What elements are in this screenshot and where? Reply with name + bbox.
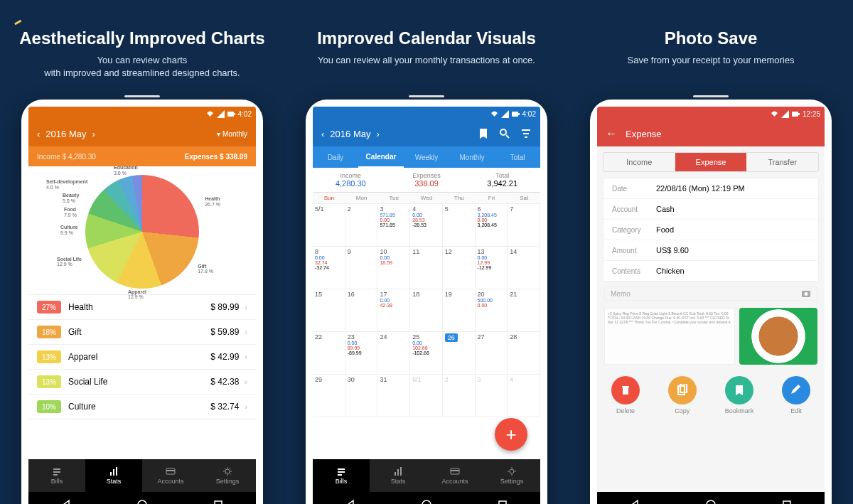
calendar-cell[interactable]: 3	[476, 375, 508, 417]
tab-accounts[interactable]: Accounts	[142, 459, 199, 492]
tab-stats[interactable]: Stats	[85, 459, 142, 492]
tab-bills[interactable]: Bills	[28, 459, 85, 492]
calendar-cell[interactable]: 6/1	[410, 375, 443, 417]
form-row[interactable]: Amount US$ 9.60	[603, 240, 818, 261]
calendar-cell[interactable]: 26	[443, 332, 476, 375]
tab-daily[interactable]: Daily	[313, 146, 358, 168]
marketing-title: Photo Save	[569, 28, 853, 48]
form-row[interactable]: Date 22/08/16 (Mon) 12:19 PM	[603, 178, 818, 199]
home-icon[interactable]	[705, 499, 717, 504]
camera-icon[interactable]	[801, 289, 811, 299]
calendar-cell[interactable]: 250.00102.68-102.68	[410, 332, 443, 375]
calendar-cell[interactable]: 5/1	[313, 204, 345, 247]
calendar-cell[interactable]: 20500.000.00	[476, 289, 508, 332]
filter-icon[interactable]	[520, 128, 532, 139]
chevron-right-icon: ›	[245, 353, 247, 361]
action-edit[interactable]: Edit	[782, 376, 810, 414]
calendar-cell[interactable]: 18	[410, 289, 443, 332]
calendar-cell[interactable]: 24	[377, 332, 410, 375]
phone-charts: 4:02 ‹ 2016 May › ▾ Monthly Income $ 4,2…	[21, 100, 263, 504]
list-item[interactable]: 18% Gift $ 59.89 ›	[28, 320, 256, 345]
type-segment: Income Expense Transfer	[603, 152, 819, 172]
bookmark-icon[interactable]	[478, 128, 489, 139]
tab-bills[interactable]: Bills	[313, 459, 370, 492]
home-icon[interactable]	[136, 499, 148, 504]
action-copy[interactable]: Copy	[668, 376, 697, 414]
memo-field[interactable]: Memo	[604, 286, 817, 301]
home-icon[interactable]	[421, 499, 432, 504]
calendar-cell[interactable]: 30	[345, 375, 378, 417]
tab-monthly[interactable]: Monthly	[449, 146, 495, 168]
calendar-cell[interactable]: 63,208.450.003,208.45	[476, 204, 508, 247]
tab-calendar[interactable]: Calendar	[358, 146, 404, 168]
calendar-cell[interactable]: 2	[443, 375, 476, 417]
recent-icon[interactable]	[497, 499, 508, 504]
tab-settings[interactable]: Settings	[483, 459, 540, 492]
back-icon[interactable]	[629, 499, 640, 504]
calendar-cell[interactable]: 21	[508, 289, 540, 332]
calendar-cell[interactable]: 9	[345, 247, 378, 289]
chevron-right-icon[interactable]: ›	[376, 129, 379, 139]
app-bar: ‹ 2016 May › ▾ Monthly	[28, 121, 256, 146]
recent-icon[interactable]	[213, 499, 224, 504]
calendar-cell[interactable]: 27	[476, 332, 508, 375]
month-label[interactable]: 2016 May	[45, 129, 86, 139]
chevron-left-icon[interactable]: ‹	[37, 129, 40, 139]
calendar-cell[interactable]: 14	[508, 247, 540, 289]
add-button[interactable]: +	[495, 418, 527, 451]
calendar-cell[interactable]: 22	[313, 332, 345, 375]
list-item[interactable]: 13% Apparel $ 42.99 ›	[28, 345, 256, 370]
tab-weekly[interactable]: Weekly	[404, 146, 449, 168]
app-bar: ← Expense	[597, 121, 825, 146]
seg-transfer[interactable]: Transfer	[746, 153, 818, 171]
tab-stats[interactable]: Stats	[370, 459, 426, 492]
food-photo[interactable]	[739, 308, 817, 365]
svg-rect-27	[338, 474, 342, 476]
receipt-photo[interactable]: +2 Spicy Reg Fries-S Reg Coke Light-S Bi…	[604, 308, 735, 365]
range-dropdown[interactable]: ▾ Monthly	[217, 130, 247, 138]
calendar-cell[interactable]: 80.0032.74-32.74	[313, 247, 345, 289]
calendar-cell[interactable]: 100.0018.59	[377, 247, 410, 289]
search-icon[interactable]	[499, 128, 510, 139]
chevron-right-icon[interactable]: ›	[92, 129, 95, 139]
calendar-cell[interactable]: 16	[345, 289, 378, 332]
back-arrow-icon[interactable]: ←	[606, 127, 617, 140]
calendar-cell[interactable]: 5	[443, 204, 476, 247]
list-item[interactable]: 13% Social Life $ 42.38 ›	[28, 370, 256, 395]
calendar-cell[interactable]: 4	[508, 375, 540, 417]
list-item[interactable]: 10% Culture $ 32.74 ›	[28, 395, 256, 419]
tab-accounts[interactable]: Accounts	[426, 459, 483, 492]
tab-settings[interactable]: Settings	[199, 459, 256, 492]
calendar-cell[interactable]: 40.0028.53-28.53	[410, 204, 443, 247]
calendar-cell[interactable]: 7	[508, 204, 540, 247]
calendar-cell[interactable]: 31	[377, 375, 410, 417]
calendar-cell[interactable]: 12	[443, 247, 476, 289]
calendar-cell[interactable]: 11	[410, 247, 443, 289]
recent-icon[interactable]	[781, 499, 793, 504]
form-row[interactable]: Account Cash	[603, 199, 818, 220]
battery-icon	[227, 110, 235, 118]
month-label[interactable]: 2016 May	[330, 129, 370, 139]
calendar-cell[interactable]: 15	[313, 289, 345, 332]
calendar-cell[interactable]: 3571.850.00571.85	[377, 204, 410, 247]
calendar-cell[interactable]: 29	[313, 375, 345, 417]
calendar-cell[interactable]: 28	[508, 332, 540, 375]
back-icon[interactable]	[345, 499, 356, 504]
action-bookmark[interactable]: Bookmark	[725, 376, 754, 414]
wifi-icon	[206, 110, 214, 118]
calendar-cell[interactable]: 170.0042.38	[377, 289, 410, 332]
calendar-cell[interactable]: 230.0089.99-89.99	[345, 332, 378, 375]
seg-expense[interactable]: Expense	[675, 153, 747, 171]
calendar-cell[interactable]: 2	[345, 204, 378, 247]
chevron-left-icon[interactable]: ‹	[321, 129, 324, 139]
phone-expense: 12:25 ← Expense Income Expense Transfer …	[590, 100, 832, 504]
form-row[interactable]: Contents Chicken	[603, 261, 818, 282]
calendar-cell[interactable]: 130.0012.99-12.99	[476, 247, 508, 289]
calendar-cell[interactable]: 19	[443, 289, 476, 332]
back-icon[interactable]	[60, 499, 72, 504]
form-row[interactable]: Category Food	[603, 220, 818, 240]
svg-rect-40	[623, 387, 628, 395]
action-delete[interactable]: Delete	[611, 376, 640, 414]
tab-total[interactable]: Total	[495, 146, 540, 168]
seg-income[interactable]: Income	[603, 153, 675, 171]
